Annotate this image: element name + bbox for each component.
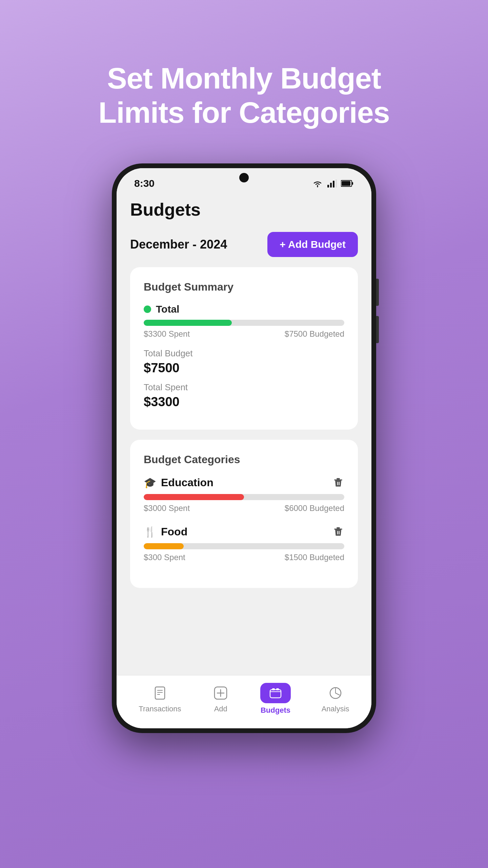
delete-food-button[interactable] — [332, 525, 344, 538]
svg-rect-12 — [337, 527, 340, 529]
delete-education-button[interactable] — [332, 476, 344, 489]
nav-analysis[interactable]: Analysis — [322, 684, 349, 713]
page-headline: Set Monthly Budget Limits for Categories — [44, 31, 444, 130]
phone-mockup: 8:30 — [112, 163, 376, 733]
trash-icon-education — [332, 476, 344, 488]
add-icon — [212, 684, 229, 702]
battery-icon — [341, 180, 354, 187]
total-label: Total — [156, 303, 179, 315]
svg-rect-2 — [333, 181, 334, 188]
content-area: Budgets December - 2024 + Add Budget Bud… — [117, 193, 371, 675]
svg-rect-6 — [342, 181, 350, 186]
education-label: Education — [161, 476, 214, 489]
svg-rect-7 — [334, 479, 342, 480]
education-spent-label: $3000 Spent — [144, 504, 190, 513]
nav-budgets[interactable]: Budgets — [260, 683, 291, 715]
budgets-icon — [260, 683, 291, 703]
svg-rect-1 — [330, 183, 332, 188]
food-progress-labels: $300 Spent $1500 Budgeted — [144, 553, 344, 562]
nav-transactions[interactable]: Transactions — [139, 684, 181, 713]
trash-icon-food — [332, 525, 344, 537]
education-icon: 🎓 — [144, 477, 156, 489]
status-icons — [312, 179, 354, 188]
wifi-icon — [312, 179, 323, 188]
total-progress-labels: $3300 Spent $7500 Budgeted — [144, 329, 344, 339]
svg-rect-8 — [337, 478, 340, 479]
total-progress-fill — [144, 320, 232, 326]
food-progress-fill — [144, 543, 184, 549]
budget-categories-title: Budget Categories — [144, 453, 344, 466]
budget-categories-card: Budget Categories 🎓 Education — [130, 440, 358, 588]
category-education-name-row: 🎓 Education — [144, 476, 214, 489]
analysis-icon — [327, 684, 344, 702]
total-spent-item: Total Spent $3300 — [144, 382, 344, 409]
svg-rect-22 — [270, 690, 281, 698]
category-food-name-row: 🍴 Food — [144, 526, 187, 538]
budget-summary-title: Budget Summary — [144, 281, 344, 293]
svg-rect-10 — [339, 482, 340, 485]
education-progress-fill — [144, 494, 244, 500]
month-label: December - 2024 — [130, 237, 227, 252]
headline-text: Set Monthly Budget Limits for Categories — [71, 61, 416, 130]
total-progress-bar — [144, 320, 344, 326]
svg-line-27 — [336, 693, 340, 695]
budget-summary-card: Budget Summary Total $3300 Spent $7500 B… — [130, 267, 358, 430]
signal-icon — [327, 179, 337, 188]
nav-add-label: Add — [214, 705, 227, 713]
status-time: 8:30 — [134, 178, 155, 189]
total-budget-label: Total Budget — [144, 348, 344, 359]
total-spent-item-value: $3300 — [144, 395, 344, 409]
education-budgeted-label: $6000 Budgeted — [285, 504, 344, 513]
total-budgeted-label: $7500 Budgeted — [285, 329, 344, 339]
bottom-nav: Transactions Add — [117, 675, 371, 728]
add-budget-label: + Add Budget — [280, 239, 346, 250]
category-education: 🎓 Education — [144, 476, 344, 513]
education-progress-bar — [144, 494, 344, 500]
total-budget-item: Total Budget $7500 — [144, 348, 344, 375]
food-progress-bar — [144, 543, 344, 549]
food-spent-label: $300 Spent — [144, 553, 185, 562]
phone-screen: 8:30 — [117, 168, 371, 728]
volume-button — [376, 316, 379, 343]
svg-rect-15 — [155, 687, 165, 699]
svg-rect-13 — [337, 531, 338, 534]
education-progress-labels: $3000 Spent $6000 Budgeted — [144, 504, 344, 513]
total-dot — [144, 305, 151, 313]
food-budgeted-label: $1500 Budgeted — [285, 553, 344, 562]
total-row: Total — [144, 303, 344, 315]
category-food-header: 🍴 Food — [144, 525, 344, 538]
transactions-icon — [151, 684, 169, 702]
add-budget-button[interactable]: + Add Budget — [267, 232, 358, 257]
total-spent-label: $3300 Spent — [144, 329, 190, 339]
svg-rect-23 — [272, 688, 275, 690]
svg-rect-14 — [339, 531, 340, 534]
svg-rect-0 — [327, 185, 329, 188]
food-label: Food — [161, 526, 187, 538]
nav-transactions-label: Transactions — [139, 705, 181, 713]
svg-rect-9 — [337, 482, 338, 485]
svg-rect-3 — [336, 179, 337, 188]
total-spent-item-label: Total Spent — [144, 382, 344, 393]
bottom-spacer — [130, 598, 358, 666]
nav-budgets-label: Budgets — [261, 706, 290, 715]
svg-rect-5 — [352, 182, 353, 185]
category-food: 🍴 Food — [144, 525, 344, 562]
nav-analysis-label: Analysis — [322, 705, 349, 713]
food-icon: 🍴 — [144, 526, 156, 538]
svg-rect-11 — [334, 529, 342, 530]
svg-rect-24 — [276, 688, 279, 690]
screen-title: Budgets — [130, 199, 358, 220]
total-budget-value: $7500 — [144, 361, 344, 375]
nav-add[interactable]: Add — [212, 684, 229, 713]
category-education-header: 🎓 Education — [144, 476, 344, 489]
camera-notch — [239, 173, 249, 182]
month-row: December - 2024 + Add Budget — [130, 232, 358, 257]
power-button — [376, 279, 379, 306]
